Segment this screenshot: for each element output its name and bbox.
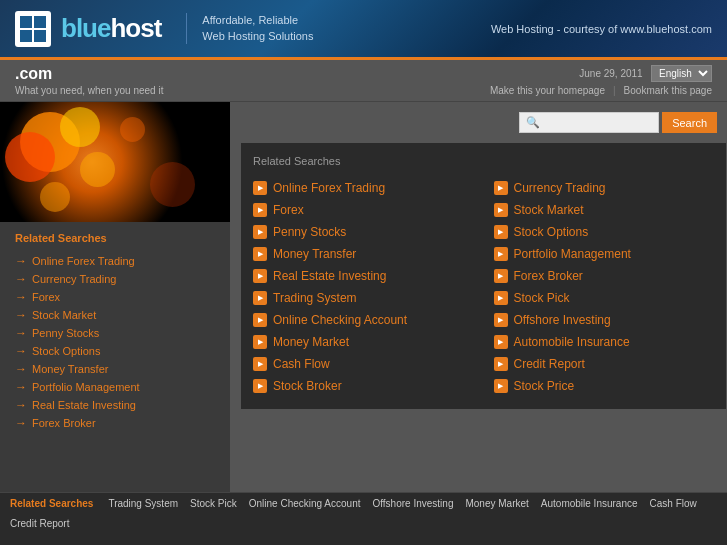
footer-link-item[interactable]: Trading System [108, 498, 178, 509]
popup-link-item[interactable]: Stock Price [494, 375, 715, 397]
left-panel: Related Searches →Online Forex Trading→C… [0, 102, 230, 492]
popup-dot-icon [494, 335, 508, 349]
popup-link-item[interactable]: Cash Flow [253, 353, 474, 375]
sidebar-link-item[interactable]: →Stock Market [15, 306, 215, 324]
popup-dot-icon [253, 313, 267, 327]
subheader-right: June 29, 2011 English Make this your hom… [490, 65, 712, 96]
popup-link-item[interactable]: Currency Trading [494, 177, 715, 199]
homepage-link[interactable]: Make this your homepage [490, 85, 605, 96]
right-area: 🔍 Search Related Searches Online Forex T… [230, 102, 727, 492]
popup-link-item[interactable]: Money Market [253, 331, 474, 353]
sidebar-link-item[interactable]: →Currency Trading [15, 270, 215, 288]
popup-link-item[interactable]: Automobile Insurance [494, 331, 715, 353]
popup-dot-icon [253, 225, 267, 239]
popup-dot-icon [494, 203, 508, 217]
popup-dot-icon [494, 291, 508, 305]
footer-link-item[interactable]: Cash Flow [650, 498, 697, 509]
popup-link-text: Forex Broker [514, 269, 583, 283]
language-select[interactable]: English [651, 65, 712, 82]
search-field[interactable] [544, 117, 644, 129]
popup-dot-icon [253, 203, 267, 217]
popup-link-item[interactable]: Online Forex Trading [253, 177, 474, 199]
popup-dot-icon [494, 181, 508, 195]
footer-top: Related Searches Trading SystemStock Pic… [10, 498, 717, 509]
svg-rect-0 [20, 16, 32, 28]
sidebar-link-text: Money Transfer [32, 363, 108, 375]
popup-link-text: Offshore Investing [514, 313, 611, 327]
footer-bottom: Credit Report [10, 513, 717, 531]
arrow-icon: → [15, 290, 27, 304]
sidebar-link-item[interactable]: →Portfolio Management [15, 378, 215, 396]
footer-link-item[interactable]: Money Market [465, 498, 528, 509]
svg-rect-3 [34, 30, 46, 42]
search-input-wrapper: 🔍 [519, 112, 659, 133]
footer-link-item[interactable]: Offshore Investing [372, 498, 453, 509]
popup-link-text: Stock Price [514, 379, 575, 393]
bookmark-link[interactable]: Bookmark this page [624, 85, 712, 96]
popup-dot-icon [494, 247, 508, 261]
footer-links: Trading SystemStock PickOnline Checking … [108, 498, 696, 509]
popup-link-item[interactable]: Offshore Investing [494, 309, 715, 331]
popup-dot-icon [253, 291, 267, 305]
popup-link-text: Trading System [273, 291, 357, 305]
popup-link-item[interactable]: Stock Broker [253, 375, 474, 397]
popup-dot-icon [494, 269, 508, 283]
popup-link-text: Portfolio Management [514, 247, 631, 261]
popup-link-text: Cash Flow [273, 357, 330, 371]
arrow-icon: → [15, 416, 27, 430]
popup-link-item[interactable]: Forex [253, 199, 474, 221]
subheader: .com What you need, when you need it Jun… [0, 60, 727, 102]
arrow-icon: → [15, 380, 27, 394]
popup-dot-icon [494, 225, 508, 239]
main-content: Related Searches →Online Forex Trading→C… [0, 102, 727, 492]
popup-link-text: Real Estate Investing [273, 269, 386, 283]
hero-image [0, 102, 230, 222]
tagline: Affordable, Reliable Web Hosting Solutio… [186, 13, 313, 44]
popup-dot-icon [494, 379, 508, 393]
logo-area: bluehost Affordable, Reliable Web Hostin… [15, 11, 313, 47]
arrow-icon: → [15, 326, 27, 340]
footer-link-item[interactable]: Stock Pick [190, 498, 237, 509]
popup-link-text: Automobile Insurance [514, 335, 630, 349]
footer-link-item[interactable]: Online Checking Account [249, 498, 361, 509]
footer-bottom-link-item[interactable]: Credit Report [10, 518, 69, 529]
logo-icon [15, 11, 51, 47]
footer-link-item[interactable]: Automobile Insurance [541, 498, 638, 509]
popup-link-item[interactable]: Real Estate Investing [253, 265, 474, 287]
sidebar-link-item[interactable]: →Real Estate Investing [15, 396, 215, 414]
popup-dot-icon [494, 313, 508, 327]
popup-link-text: Penny Stocks [273, 225, 346, 239]
sidebar-link-item[interactable]: →Forex [15, 288, 215, 306]
popup-link-text: Stock Pick [514, 291, 570, 305]
sidebar-link-item[interactable]: →Money Transfer [15, 360, 215, 378]
popup-link-item[interactable]: Stock Options [494, 221, 715, 243]
sidebar-link-item[interactable]: →Stock Options [15, 342, 215, 360]
popup-link-item[interactable]: Trading System [253, 287, 474, 309]
popup-link-item[interactable]: Portfolio Management [494, 243, 715, 265]
popup-link-text: Stock Market [514, 203, 584, 217]
logo-text: bluehost [61, 13, 161, 43]
popup-link-item[interactable]: Forex Broker [494, 265, 715, 287]
popup-link-text: Stock Broker [273, 379, 342, 393]
search-button[interactable]: Search [662, 112, 717, 133]
sidebar-link-item[interactable]: →Forex Broker [15, 414, 215, 432]
popup-dot-icon [253, 379, 267, 393]
popup-link-item[interactable]: Credit Report [494, 353, 715, 375]
footer-bottom-links: Credit Report [10, 513, 69, 531]
sidebar-link-text: Stock Market [32, 309, 96, 321]
popup-heading: Related Searches [253, 155, 714, 167]
popup-dot-icon [253, 247, 267, 261]
popup-col-left: Online Forex TradingForexPenny StocksMon… [253, 177, 474, 397]
popup-dot-icon [253, 357, 267, 371]
sidebar-link-text: Online Forex Trading [32, 255, 135, 267]
popup-link-item[interactable]: Money Transfer [253, 243, 474, 265]
popup-link-item[interactable]: Penny Stocks [253, 221, 474, 243]
sidebar-link-item[interactable]: →Penny Stocks [15, 324, 215, 342]
arrow-icon: → [15, 254, 27, 268]
popup-link-item[interactable]: Stock Pick [494, 287, 715, 309]
popup-columns: Online Forex TradingForexPenny StocksMon… [253, 177, 714, 397]
popup-link-item[interactable]: Stock Market [494, 199, 715, 221]
sidebar-link-item[interactable]: →Online Forex Trading [15, 252, 215, 270]
popup-link-item[interactable]: Online Checking Account [253, 309, 474, 331]
sidebar-content: Related Searches →Online Forex Trading→C… [0, 222, 230, 492]
